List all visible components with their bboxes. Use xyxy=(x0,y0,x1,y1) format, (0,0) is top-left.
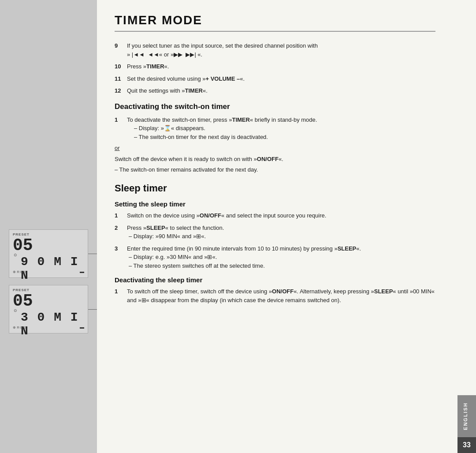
deactivating-switch-title: Deactivating the switch-on timer xyxy=(115,102,435,111)
step-12: 12 Quit the settings with »TIMER«. xyxy=(115,86,435,95)
or-main-text: Switch off the device when it is ready t… xyxy=(115,155,435,164)
setting-sleep-section: Setting the sleep timer 1 Switch on the … xyxy=(115,200,435,270)
display2-rds: ⊕ R·D·S xyxy=(13,326,26,329)
main-content: TIMER MODE 9 If you select tuner as the … xyxy=(97,0,457,453)
sleep-step-1-number: 1 xyxy=(115,211,127,220)
step-12-content: Quit the settings with »TIMER«. xyxy=(127,86,435,95)
sleep-step-3-sub1: – Display: e.g. »30 MIN« and »⊞«. xyxy=(129,254,217,260)
display1-time: 9 0 M I N xyxy=(21,255,84,282)
sleep-step-1-content: Switch on the device using »ON/OFF« and … xyxy=(127,211,435,220)
display1-bar: ▬ xyxy=(80,269,84,274)
deactivate-sleep-step-1-content: To switch off the sleep timer, switch of… xyxy=(127,287,435,304)
display1-number: 05 xyxy=(13,237,84,254)
sleep-step-3-sub2: – The stereo system switches off at the … xyxy=(129,262,265,269)
deactivate-switch-step-1: 1 To deactivate the switch-on timer, pre… xyxy=(115,116,435,142)
deactivating-sleep-section: Deactivating the sleep timer 1 To switch… xyxy=(115,276,435,304)
sidebar: PRESET 05 ⊙ 9 0 M I N ⊕ R·D·S ▬ PRESET 0… xyxy=(0,0,97,453)
sleep-step-1: 1 Switch on the device using »ON/OFF« an… xyxy=(115,211,435,220)
display2-cd-icon: ⊙ xyxy=(14,308,17,313)
display1-rds: ⊕ R·D·S xyxy=(13,270,26,274)
deactivate-sleep-step-1-number: 1 xyxy=(115,287,127,304)
display2-number: 05 xyxy=(13,293,84,310)
display2-bar: ▬ xyxy=(80,325,84,329)
display1-cd-icon: ⊙ xyxy=(14,253,17,257)
deactivating-switch-section: Deactivating the switch-on timer 1 To de… xyxy=(115,102,435,174)
sleep-step-3: 3 Enter the required time (in 90 minute … xyxy=(115,244,435,270)
page-number: 33 xyxy=(457,437,476,453)
deactivate-sub1: – Display: »⌛« disappears. xyxy=(134,125,205,131)
deactivate-sub2: – The switch-on timer for the next day i… xyxy=(134,134,268,140)
display2-time: 3 0 M I N xyxy=(21,311,84,338)
deactivate-switch-step-1-number: 1 xyxy=(115,116,127,142)
or-sub-text: – The switch-on timer remains activated … xyxy=(115,165,435,174)
sleep-step-2: 2 Press »SLEEP« to select the function. … xyxy=(115,224,435,241)
deactivate-switch-step-1-content: To deactivate the switch-on timer, press… xyxy=(127,116,435,142)
right-panel: ENGLISH 33 xyxy=(457,0,476,453)
step-10: 10 Press »TIMER«. xyxy=(115,62,435,71)
step-11: 11 Set the desired volume using »+ VOLUM… xyxy=(115,75,435,83)
deactivating-sleep-title: Deactivating the sleep timer xyxy=(115,276,435,284)
step-9-content: If you select tuner as the input source,… xyxy=(127,41,435,59)
sleep-step-3-number: 3 xyxy=(115,244,127,270)
page-title: TIMER MODE xyxy=(115,13,435,32)
sleep-timer-title: Sleep timer xyxy=(115,183,435,194)
sleep-step-3-content: Enter the required time (in 90 minute in… xyxy=(127,244,435,270)
sleep-step-2-number: 2 xyxy=(115,224,127,241)
step-11-number: 11 xyxy=(115,75,127,83)
steps-top-group: 9 If you select tuner as the input sourc… xyxy=(115,41,435,95)
step-12-number: 12 xyxy=(115,86,127,95)
deactivate-sleep-step-1: 1 To switch off the sleep timer, switch … xyxy=(115,287,435,304)
step-10-content: Press »TIMER«. xyxy=(127,62,435,71)
sleep-timer-section: Sleep timer Setting the sleep timer 1 Sw… xyxy=(115,183,435,304)
step-11-content: Set the desired volume using »+ VOLUME –… xyxy=(127,75,435,83)
step-9: 9 If you select tuner as the input sourc… xyxy=(115,41,435,59)
step-10-number: 10 xyxy=(115,62,127,71)
step-9-number: 9 xyxy=(115,41,127,59)
setting-sleep-title: Setting the sleep timer xyxy=(115,200,435,208)
sleep-step-2-content: Press »SLEEP« to select the function. – … xyxy=(127,224,435,241)
english-tab: ENGLISH xyxy=(457,395,476,437)
display-unit-1: PRESET 05 ⊙ 9 0 M I N ⊕ R·D·S ▬ xyxy=(9,229,88,278)
sleep-step-2-sub: – Display: »90 MIN« and »⊞«. xyxy=(129,233,206,240)
or-label: or xyxy=(115,145,435,151)
display-unit-2: PRESET 05 ⊙ 3 0 M I N ⊕ R·D·S ▬ xyxy=(9,285,88,333)
